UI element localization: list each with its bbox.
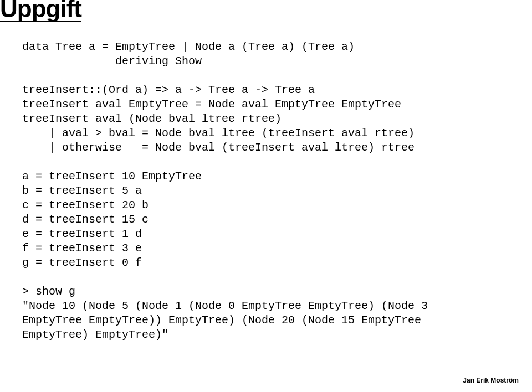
slide: Uppgift data Tree a = EmptyTree | Node a… <box>0 0 532 392</box>
slide-footer: Jan Erik Moström <box>463 375 519 384</box>
slide-title: Uppgift <box>0 0 81 22</box>
code-block: data Tree a = EmptyTree | Node a (Tree a… <box>22 40 510 342</box>
